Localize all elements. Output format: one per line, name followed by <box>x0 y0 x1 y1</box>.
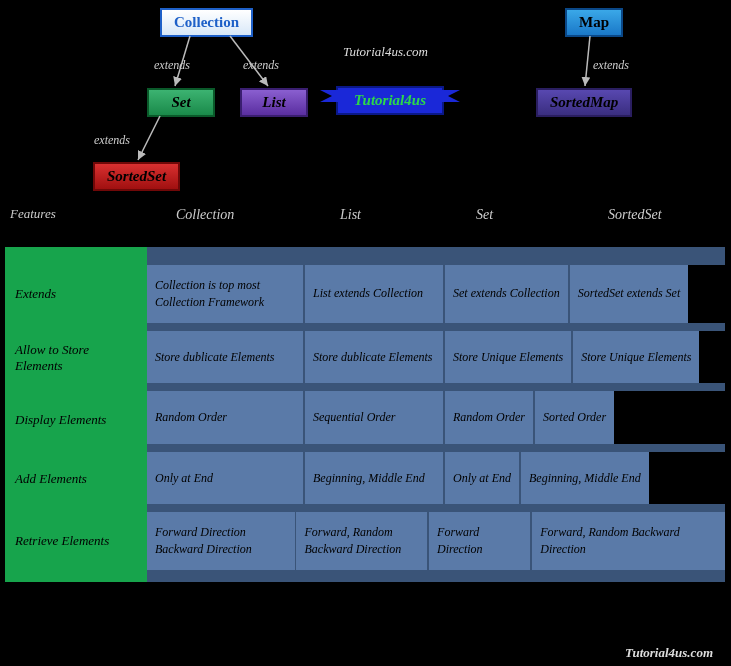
table-cell: Set extends Collection <box>445 265 568 323</box>
node-collection: Collection <box>160 8 253 37</box>
table-cell: Forward, Random Backward Direction <box>296 512 427 570</box>
col-header-set: Set <box>476 207 493 223</box>
features-heading: Features <box>10 206 56 222</box>
table-cell: SortedSet extends Set <box>570 265 689 323</box>
table-cell: Forward Direction Backward Direction <box>147 512 295 570</box>
table-cell: Sequential Order <box>305 391 443 444</box>
feature-label: Add Elements <box>5 453 147 504</box>
col-header-list: List <box>340 207 361 223</box>
table-cell: Store dublicate Elements <box>147 331 303 384</box>
table-cell: Random Order <box>147 391 303 444</box>
table-cell: Beginning, Middle End <box>521 452 649 505</box>
table-cell: Store dublicate Elements <box>305 331 443 384</box>
table-row: Collection is top most Collection Framew… <box>147 265 725 323</box>
table-cell: Forward, Random Backward Direction <box>532 512 725 570</box>
feature-label: Extends <box>5 265 147 323</box>
table-row: Forward Direction Backward DirectionForw… <box>147 512 725 570</box>
table-cell: Store Unique Elements <box>573 331 699 384</box>
node-set: Set <box>147 88 215 117</box>
node-map: Map <box>565 8 623 37</box>
table-cell: Only at End <box>445 452 519 505</box>
feature-label: Display Elements <box>5 394 147 445</box>
svg-line-3 <box>585 36 590 86</box>
footer-text: Tutorial4us.com <box>625 645 713 661</box>
table-cell: Store Unique Elements <box>445 331 571 384</box>
edge-label-extends-4: extends <box>593 58 629 73</box>
table-row: Random OrderSequential OrderRandom Order… <box>147 391 725 444</box>
svg-line-2 <box>138 116 160 160</box>
table-cell: Sorted Order <box>535 391 614 444</box>
table-cell: Forward Direction <box>429 512 530 570</box>
edge-label-extends-1: extends <box>154 58 190 73</box>
edge-label-extends-3: extends <box>94 133 130 148</box>
feature-label: Allow to Store Elements <box>5 331 147 386</box>
feature-label: Retrieve Elements <box>5 512 147 570</box>
table-cell: Collection is top most Collection Framew… <box>147 265 303 323</box>
table-cell: Only at End <box>147 452 303 505</box>
table-row: Only at EndBeginning, Middle EndOnly at … <box>147 452 725 505</box>
table-cell: Beginning, Middle End <box>305 452 443 505</box>
node-sortedset: SortedSet <box>93 162 180 191</box>
table-row: Store dublicate ElementsStore dublicate … <box>147 331 725 384</box>
tagline-text: Tutorial4us.com <box>343 44 428 60</box>
col-header-collection: Collection <box>176 207 234 223</box>
col-header-sortedset: SortedSet <box>608 207 662 223</box>
table-cell: List extends Collection <box>305 265 443 323</box>
table-cell: Random Order <box>445 391 533 444</box>
edge-label-extends-2: extends <box>243 58 279 73</box>
node-list: List <box>240 88 308 117</box>
comparison-table: ExtendsAllow to Store ElementsDisplay El… <box>5 247 725 582</box>
brand-ribbon: Tutorial4us <box>336 86 444 115</box>
node-sortedmap: SortedMap <box>536 88 632 117</box>
